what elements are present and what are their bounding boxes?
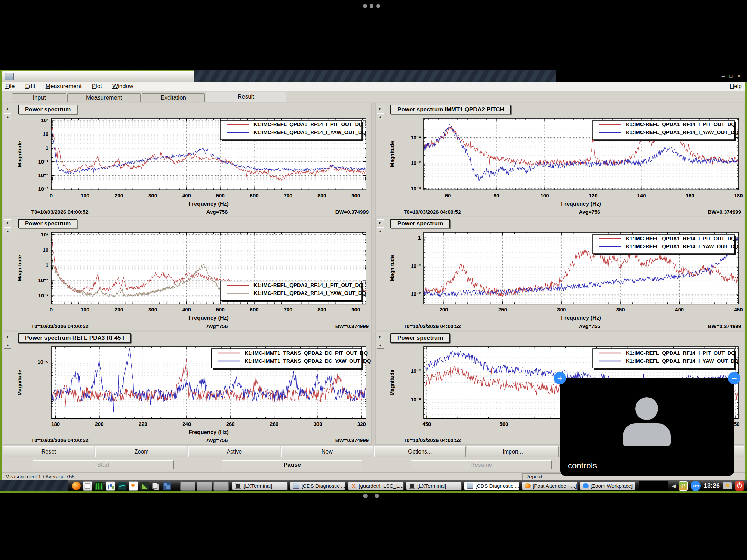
pane-expand-icon[interactable]: ▶ — [377, 105, 384, 112]
pane-expand-icon[interactable]: ▶ — [377, 219, 384, 226]
plot-t0: T0=10/03/2026 04:00:52 — [385, 209, 543, 215]
plot-title-button[interactable]: Power spectrum IMMT1 QPDA2 PITCH — [390, 105, 511, 114]
svg-text:80: 80 — [494, 193, 499, 198]
file-copy-icon[interactable] — [151, 482, 160, 490]
svg-text:700: 700 — [284, 307, 292, 313]
system-monitor-icon[interactable] — [118, 482, 126, 490]
plot-panel-5: ▶ ▲ Power spectrum REFL PDA3 RF45 I 1802… — [3, 332, 372, 445]
resume-button[interactable]: Resume — [411, 460, 552, 469]
svg-text:450: 450 — [422, 421, 431, 427]
taskbtn-cds-diagnostic-2[interactable]: [CDS Diagnostic ...] — [464, 482, 520, 490]
plot-title-button[interactable]: Power spectrum — [390, 333, 450, 343]
workspace-cell[interactable] — [197, 482, 212, 491]
screenshare-dots[interactable] — [363, 4, 380, 8]
active-button[interactable]: Active — [188, 446, 280, 457]
power-spectrum-plot[interactable]: 18020022024026028030032010⁻⁶Frequency (H… — [12, 344, 371, 436]
pane-expand-icon[interactable]: ▶ — [377, 334, 384, 340]
menu-help[interactable]: Help — [730, 83, 742, 90]
taskbtn-cds-diagnostic-1[interactable]: [CDS Diagnostic ...] — [290, 482, 346, 490]
overlay-zoom-in-button[interactable]: + — [554, 372, 566, 384]
document-viewer-icon[interactable] — [129, 481, 138, 491]
svg-text:450: 450 — [734, 307, 743, 313]
options-button[interactable]: Options... — [374, 446, 466, 457]
titlebar[interactable]: – □ × — [2, 70, 745, 82]
pane-expand-icon[interactable]: ▶ — [4, 334, 11, 340]
firefox-icon — [525, 483, 531, 488]
svg-text:K1:IMC-IMMT1_TRANS_QPDA2_DC_YA: K1:IMC-IMMT1_TRANS_QPDA2_DC_YAW_OUT_DQ — [245, 358, 371, 364]
workspace-pager[interactable] — [180, 482, 229, 491]
pane-up-icon[interactable]: ▲ — [4, 227, 11, 234]
file-manager-icon[interactable] — [83, 481, 92, 491]
plot-title-button[interactable]: Power spectrum — [18, 105, 77, 114]
app-window-icon — [293, 483, 299, 489]
power-spectrum-plot[interactable]: 608010012014016018010⁻¹10⁻²10⁻³Frequency… — [385, 115, 744, 208]
svg-text:10⁻²: 10⁻² — [411, 291, 421, 297]
tab-measurement[interactable]: Measurement — [67, 93, 141, 102]
taskbtn-guardctrl[interactable]: X [guardctrl: LSC_L...] — [348, 482, 404, 490]
svg-text:300: 300 — [148, 193, 157, 198]
chart-tool-icon[interactable] — [106, 481, 115, 491]
start-button[interactable]: Start — [33, 460, 174, 469]
menu-file[interactable]: File — [5, 83, 15, 90]
close-icon[interactable]: × — [737, 73, 740, 79]
taskbtn-lxterminal-2[interactable]: [LXTerminal] — [406, 482, 462, 490]
menu-measurement[interactable]: Measurement — [46, 83, 82, 90]
svg-text:K1:IMC-REFL_QPDA1_RF14_I_PIT_O: K1:IMC-REFL_QPDA1_RF14_I_PIT_OUT_DQ — [626, 235, 735, 241]
power-icon[interactable] — [735, 481, 744, 491]
pane-up-icon[interactable]: ▲ — [377, 342, 384, 349]
pause-button[interactable]: Pause — [222, 460, 363, 469]
taskbtn-post-attendee[interactable]: [Post Attendee - ...] — [522, 482, 578, 490]
svg-text:1: 1 — [46, 145, 48, 151]
zoom-button[interactable]: Zoom — [95, 446, 187, 457]
pane-expand-icon[interactable]: ▶ — [4, 105, 11, 112]
screen: – □ × File Edit Measurement Plot Window … — [0, 0, 747, 560]
svg-text:300: 300 — [148, 307, 157, 313]
zoom-tray-icon[interactable]: zm — [691, 481, 701, 491]
svg-text:140: 140 — [637, 193, 646, 198]
maximize-icon[interactable]: □ — [729, 73, 732, 79]
pane-up-icon[interactable]: ▲ — [4, 113, 11, 120]
plot-title-button[interactable]: Power spectrum — [18, 219, 77, 228]
tab-input[interactable]: Input — [12, 93, 66, 102]
plot-title-button[interactable]: Power spectrum — [390, 219, 450, 228]
new-button[interactable]: New — [281, 446, 373, 457]
pane-up-icon[interactable]: ▲ — [377, 227, 384, 234]
power-spectrum-plot[interactable]: 010020030040050060070080090010²10110⁻¹10… — [12, 115, 371, 208]
clipboard-tray-icon[interactable]: P — [679, 481, 688, 491]
workspace-cell[interactable] — [180, 482, 195, 491]
tray-collapse-icon[interactable]: ◀ — [672, 483, 676, 489]
reset-button[interactable]: Reset — [3, 446, 94, 457]
svg-text:Frequency (Hz): Frequency (Hz) — [561, 315, 601, 321]
clock[interactable]: 13:26 — [704, 482, 720, 489]
participant-name: controls — [568, 461, 597, 470]
minimize-icon[interactable]: – — [722, 73, 725, 79]
share-dot — [370, 4, 374, 8]
tray-spacer — [639, 481, 668, 491]
taskbtn-lxterminal-1[interactable]: [LXTerminal] — [232, 482, 288, 490]
power-spectrum-plot[interactable]: 010020030040050060070080090010²10110⁻¹10… — [12, 230, 371, 322]
tab-excitation[interactable]: Excitation — [142, 93, 205, 102]
desktop-pager-icon[interactable] — [163, 482, 171, 490]
taskbtn-zoom-workplace[interactable]: [Zoom Workplace] — [580, 482, 636, 490]
plot-title-button[interactable]: Power spectrum REFL PDA3 RF45 I — [18, 333, 131, 343]
import-button[interactable]: Import... — [467, 446, 559, 457]
matrix-terminal-icon[interactable] — [95, 482, 103, 490]
svg-text:180: 180 — [734, 193, 743, 198]
overlay-zoom-out-button[interactable]: − — [728, 372, 740, 384]
screenshot-tool-icon[interactable] — [140, 482, 149, 490]
power-spectrum-plot[interactable]: 200250300350400450110⁻¹10⁻²Frequency (Hz… — [385, 230, 744, 322]
menu-edit[interactable]: Edit — [25, 83, 35, 90]
firefox-icon[interactable] — [72, 482, 81, 490]
tab-result[interactable]: Result — [206, 92, 286, 102]
menu-window[interactable]: Window — [112, 83, 133, 90]
zoom-collapsed-dots[interactable] — [363, 494, 379, 498]
menu-plot[interactable]: Plot — [92, 83, 102, 90]
zoom-video-overlay[interactable]: + − controls — [560, 378, 734, 476]
lock-screen-icon[interactable] — [723, 482, 732, 489]
workspace-cell[interactable] — [213, 482, 229, 491]
pane-expand-icon[interactable]: ▶ — [4, 219, 11, 226]
pane-up-icon[interactable]: ▲ — [377, 113, 384, 120]
svg-text:Magnitude: Magnitude — [389, 141, 395, 167]
pane-up-icon[interactable]: ▲ — [4, 342, 11, 349]
task-window-buttons: [LXTerminal] [CDS Diagnostic ...] X [gua… — [232, 482, 635, 490]
